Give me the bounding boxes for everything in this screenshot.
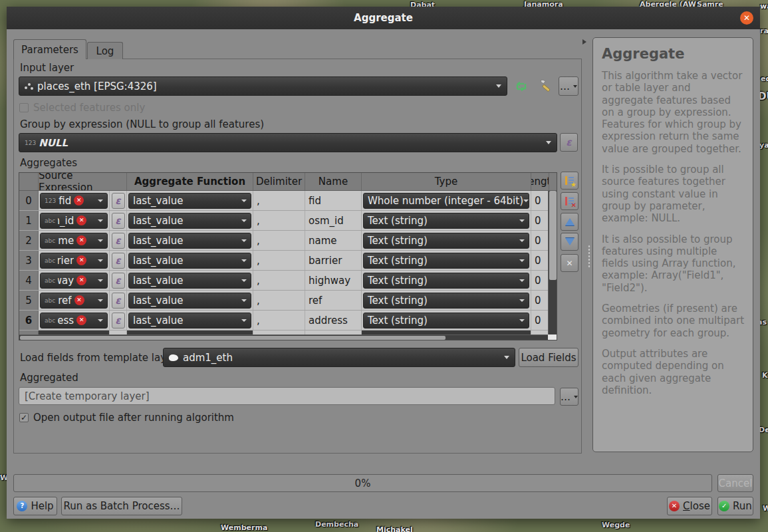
aggregate-function-select[interactable]: last_value [128, 193, 251, 209]
close-button[interactable]: ✕ Close [667, 497, 712, 515]
name-cell[interactable]: ref [305, 291, 362, 310]
row-number[interactable]: 5 [19, 291, 39, 310]
remove-expression-icon[interactable]: ✕ [76, 275, 86, 285]
tab-parameters[interactable]: Parameters [13, 39, 86, 59]
name-cell[interactable]: highway [305, 271, 362, 290]
length-cell[interactable]: 0 [531, 191, 549, 210]
help-button[interactable]: ? Help [13, 497, 57, 515]
type-select[interactable]: Whole number (integer - 64bit) [363, 193, 529, 209]
column-header[interactable]: Source Expression [39, 173, 127, 190]
panel-splitter-handle[interactable] [588, 245, 590, 269]
aggregate-function-select[interactable]: last_value [128, 213, 251, 229]
move-up-button[interactable] [561, 213, 578, 231]
run-batch-button[interactable]: Run as Batch Process… [61, 497, 182, 515]
aggregate-function-select[interactable]: last_value [128, 233, 251, 249]
delimiter-cell[interactable]: , [253, 251, 305, 270]
clear-aggregates-button[interactable]: ✕ [561, 254, 578, 272]
row-number[interactable]: 6 [19, 311, 39, 330]
source-expression-select[interactable]: 123fid✕ [40, 193, 108, 209]
type-select[interactable]: Text (string) [363, 253, 529, 269]
length-cell[interactable]: 0 [531, 231, 549, 250]
length-cell[interactable]: 0 [531, 271, 549, 290]
aggregate-function-select[interactable]: last_value [128, 253, 251, 269]
delimiter-cell[interactable]: , [253, 231, 305, 250]
delimiter-cell[interactable]: , [253, 271, 305, 290]
row-number[interactable]: 4 [19, 271, 39, 290]
remove-expression-icon[interactable]: ✕ [76, 215, 86, 225]
source-expression-select[interactable]: abchighway✕ [40, 273, 108, 289]
delimiter-cell[interactable]: , [253, 191, 305, 210]
expression-builder-button[interactable]: ε [112, 273, 125, 289]
aggregate-function-select[interactable]: last_value [128, 273, 251, 289]
table-vertical-scrollbar[interactable] [548, 191, 557, 336]
name-cell[interactable]: fid [305, 191, 362, 210]
column-header[interactable]: Type [362, 173, 531, 190]
open-output-checkbox[interactable]: ✓ Open output file after running algorit… [19, 412, 234, 424]
input-layer-browse-button[interactable]: … [559, 76, 578, 96]
row-number[interactable]: 3 [19, 251, 39, 270]
type-select[interactable]: Text (string) [363, 313, 529, 329]
delimiter-cell[interactable]: , [253, 291, 305, 310]
expression-builder-button[interactable]: ε [112, 193, 125, 209]
advanced-options-wrench-icon[interactable] [538, 78, 554, 94]
column-header[interactable]: Name [305, 173, 362, 190]
group-by-expression-builder-button[interactable]: ε [560, 133, 578, 152]
expression-builder-button[interactable]: ε [112, 313, 125, 329]
template-layer-select[interactable]: adm1_eth [163, 348, 515, 367]
name-cell[interactable]: address [305, 311, 362, 330]
delimiter-cell[interactable]: , [253, 211, 305, 230]
output-destination-input[interactable]: [Create temporary layer] [19, 387, 555, 405]
row-number[interactable]: 2 [19, 231, 39, 250]
remove-expression-icon[interactable]: ✕ [74, 196, 84, 205]
source-expression-select[interactable]: abcname✕ [40, 233, 108, 249]
name-cell[interactable]: name [305, 231, 362, 250]
length-cell[interactable]: 0 [531, 251, 549, 270]
expression-builder-button[interactable]: ε [112, 213, 125, 229]
run-button[interactable]: ✓ Run [717, 497, 753, 515]
column-header[interactable]: Length [531, 173, 549, 190]
add-aggregate-button[interactable]: ★ [561, 172, 578, 190]
length-cell[interactable]: 0 [531, 291, 549, 310]
remove-expression-icon[interactable]: ✕ [76, 255, 86, 265]
load-fields-button[interactable]: Load Fields [519, 348, 578, 367]
row-number[interactable]: 1 [19, 211, 39, 230]
checkbox-checked-icon[interactable]: ✓ [19, 413, 29, 422]
source-expression-select[interactable]: abcref✕ [40, 293, 108, 309]
window-close-icon[interactable]: ✕ [740, 11, 753, 25]
output-browse-button[interactable]: … [560, 388, 578, 406]
iterate-over-layer-icon[interactable] [514, 79, 529, 94]
remove-aggregate-button[interactable]: ✕ [561, 192, 578, 210]
column-header[interactable]: Aggregate Function [127, 173, 253, 190]
source-expression-select[interactable]: abcosm_id✕ [40, 213, 108, 229]
input-layer-select[interactable]: places_eth [EPSG:4326] [19, 76, 507, 96]
delimiter-cell[interactable]: , [253, 311, 305, 330]
expression-builder-button[interactable]: ε [112, 293, 125, 309]
column-header[interactable]: Delimiter [253, 173, 305, 190]
remove-expression-icon[interactable]: ✕ [74, 295, 84, 305]
remove-expression-icon[interactable]: ✕ [76, 315, 86, 325]
expression-builder-button[interactable]: ε [112, 233, 125, 249]
column-header[interactable] [19, 173, 39, 190]
table-horizontal-scrollbar[interactable] [19, 334, 549, 340]
source-expression-select[interactable]: abcaddress✕ [40, 313, 108, 329]
type-select[interactable]: Text (string) [363, 233, 529, 249]
name-cell[interactable]: barrier [305, 251, 362, 270]
scrollbar-handle[interactable] [20, 336, 446, 340]
source-expression-select[interactable]: abcbarrier✕ [40, 253, 108, 269]
tab-log[interactable]: Log [87, 42, 123, 59]
type-select[interactable]: Text (string) [363, 293, 529, 309]
scrollbar-handle[interactable] [549, 191, 557, 280]
expression-builder-button[interactable]: ε [112, 253, 125, 269]
move-down-button[interactable] [561, 233, 578, 251]
length-cell[interactable]: 0 [531, 311, 549, 330]
type-select[interactable]: Text (string) [363, 213, 529, 229]
type-select[interactable]: Text (string) [363, 273, 529, 289]
length-cell[interactable]: 0 [531, 211, 549, 230]
name-cell[interactable]: osm_id [305, 211, 362, 230]
row-number[interactable]: 0 [19, 191, 39, 210]
aggregates-table[interactable]: Source ExpressionAggregate FunctionDelim… [19, 172, 557, 340]
aggregate-function-select[interactable]: last_value [128, 293, 251, 309]
group-by-expression-select[interactable]: 123 NULL [19, 133, 557, 152]
dialog-titlebar[interactable]: Aggregate ✕ [7, 7, 760, 29]
remove-expression-icon[interactable]: ✕ [76, 235, 86, 245]
